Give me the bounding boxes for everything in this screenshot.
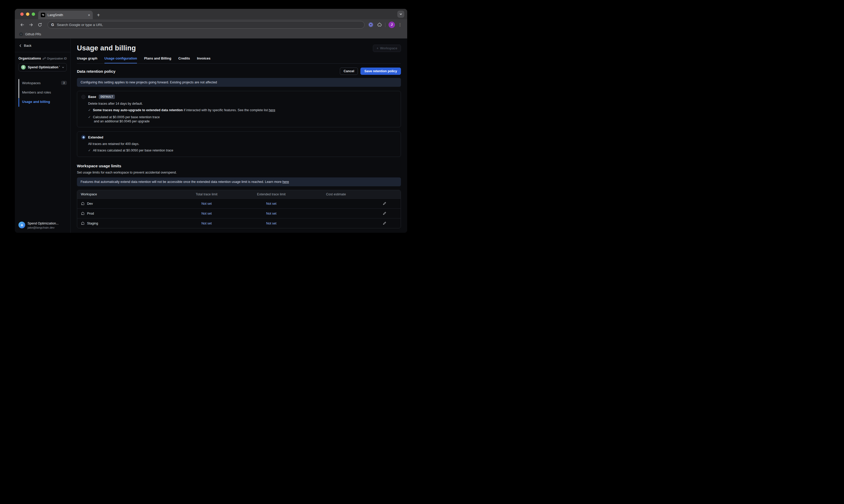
organization-id-label: Organization ID: [47, 57, 67, 60]
new-tab-button[interactable]: +: [97, 13, 100, 18]
total-limit-link[interactable]: Not set: [174, 222, 239, 225]
edit-limits-button[interactable]: [369, 221, 401, 225]
browser-window: LangSmith × + G S: [15, 9, 407, 233]
sidebar-item-label: Usage and billing: [22, 100, 50, 104]
zoom-window-button[interactable]: [32, 13, 35, 16]
toolbar-separator: [385, 23, 385, 27]
table-header-row: Workspace Total trace limit Extended tra…: [77, 190, 401, 198]
save-retention-policy-button[interactable]: Save retention policy: [360, 68, 401, 75]
user-name: Spend Optimization...: [28, 222, 59, 225]
total-limit-link[interactable]: Not set: [174, 212, 239, 215]
sidebar-divider: [15, 52, 70, 52]
extensions-puzzle-icon[interactable]: [377, 22, 382, 27]
pencil-icon: [382, 221, 387, 225]
bookmark-github-prs[interactable]: Github PRs: [19, 32, 41, 36]
page-tabs: Usage graph Usage configuration Plans an…: [77, 56, 401, 64]
option-name: Extended: [88, 136, 104, 139]
url-omnibox[interactable]: G Search Google or type a URL: [48, 21, 364, 29]
tab-title: LangSmith: [48, 13, 86, 17]
close-window-button[interactable]: [20, 13, 24, 16]
langsmith-extension-icon[interactable]: [368, 22, 373, 27]
people-icon: [20, 223, 24, 227]
workspace-icon: [81, 221, 85, 225]
retention-heading: Data retention policy: [77, 69, 115, 73]
bookmark-label: Github PRs: [25, 33, 41, 36]
extended-limit-link[interactable]: Not set: [239, 222, 304, 225]
base-radio-button[interactable]: [81, 95, 86, 99]
organization-avatar: S: [21, 65, 26, 70]
default-badge: DEFAULT: [99, 94, 115, 99]
table-row-staging: Staging Not set Not set: [77, 218, 401, 228]
sidebar-item-workspaces[interactable]: Workspaces 3: [22, 78, 67, 88]
col-total-trace-limit: Total trace limit: [174, 193, 239, 196]
limits-heading: Workspace usage limits: [77, 164, 401, 168]
browser-tab[interactable]: LangSmith ×: [38, 11, 93, 19]
retention-info-banner: Configuring this setting applies to new …: [77, 78, 401, 87]
chevron-left-icon: [19, 44, 22, 47]
langsmith-app: Back Organizations Organization ID S Spe…: [15, 38, 407, 233]
tab-search-button[interactable]: [397, 11, 404, 18]
user-avatar: [18, 222, 25, 228]
reload-button[interactable]: [36, 21, 43, 28]
pencil-icon: [382, 202, 387, 205]
organization-selector[interactable]: S Spend Optimization Tu...: [18, 63, 67, 71]
extended-description: All traces are retained for 400 days.: [88, 142, 397, 146]
link-icon: [42, 57, 46, 60]
tab-close-icon[interactable]: ×: [88, 13, 90, 17]
url-placeholder-text: Search Google or type a URL: [57, 23, 103, 27]
workspace-name: Prod: [87, 212, 94, 215]
sidebar: Back Organizations Organization ID S Spe…: [15, 38, 71, 233]
base-point-2-line2: and an additional $0.0045 per upgrade: [94, 120, 397, 123]
bookmarks-bar: Github PRs: [15, 30, 407, 38]
base-point-1: Some traces may auto-upgrade to extended…: [93, 108, 275, 112]
tab-credits[interactable]: Credits: [178, 56, 190, 64]
retention-option-extended: Extended All traces are retained for 400…: [77, 131, 401, 157]
back-link[interactable]: Back: [18, 43, 67, 48]
sidebar-item-usage-and-billing[interactable]: Usage and billing: [22, 97, 67, 106]
tab-usage-configuration[interactable]: Usage configuration: [105, 56, 137, 64]
google-g-icon: G: [51, 23, 54, 27]
sidebar-item-members-and-roles[interactable]: Members and roles: [22, 88, 67, 97]
sidebar-item-label: Workspaces: [22, 81, 40, 85]
back-button[interactable]: [18, 21, 26, 28]
tab-plans-and-billing[interactable]: Plans and Billing: [144, 56, 171, 64]
organization-id-link[interactable]: Organization ID: [42, 57, 67, 60]
total-limit-link[interactable]: Not set: [174, 202, 239, 205]
edit-limits-button[interactable]: [369, 212, 401, 215]
user-email: jake@langchain.dev: [28, 226, 59, 229]
tab-usage-graph[interactable]: Usage graph: [77, 56, 97, 64]
back-label: Back: [24, 44, 32, 48]
browser-toolbar: G Search Google or type a URL J ⋮: [15, 19, 407, 30]
arrow-left-icon: [20, 23, 24, 27]
add-workspace-button[interactable]: + Workspace: [373, 45, 401, 52]
edit-limits-button[interactable]: [369, 202, 401, 205]
option-name: Base: [88, 95, 96, 99]
limits-description: Set usage limits for each workspace to p…: [77, 171, 401, 174]
extended-radio-button[interactable]: [81, 135, 86, 139]
table-row-prod: Prod Not set Not set: [77, 208, 401, 218]
cancel-button[interactable]: Cancel: [340, 68, 358, 75]
check-icon: ✓: [88, 148, 91, 153]
learn-more-link[interactable]: here: [283, 180, 289, 184]
browser-menu-icon[interactable]: ⋮: [397, 22, 403, 27]
workspace-name: Dev: [87, 202, 93, 205]
see-complete-list-link[interactable]: here: [269, 108, 275, 112]
limits-info-banner: Features that automatically extend data …: [77, 177, 401, 186]
minimize-window-button[interactable]: [26, 13, 29, 16]
browser-profile-avatar[interactable]: J: [389, 21, 395, 28]
reload-icon: [38, 23, 42, 27]
tab-strip: LangSmith × +: [15, 9, 407, 19]
tab-invoices[interactable]: Invoices: [197, 56, 211, 64]
forward-button[interactable]: [27, 21, 35, 28]
check-icon: ✓: [88, 108, 91, 112]
page-title: Usage and billing: [77, 44, 136, 52]
sidebar-item-label: Members and roles: [22, 90, 51, 94]
col-extended-trace-limit: Extended trace limit: [239, 193, 304, 196]
user-profile[interactable]: Spend Optimization... jake@langchain.dev: [18, 221, 67, 229]
langsmith-favicon-icon: [41, 13, 45, 17]
chevron-down-icon: [62, 66, 64, 69]
extended-limit-link[interactable]: Not set: [239, 212, 304, 215]
github-icon: [19, 32, 23, 36]
extended-limit-link[interactable]: Not set: [239, 202, 304, 205]
retention-option-base: Base DEFAULT Delete traces after 14 days…: [77, 91, 401, 127]
